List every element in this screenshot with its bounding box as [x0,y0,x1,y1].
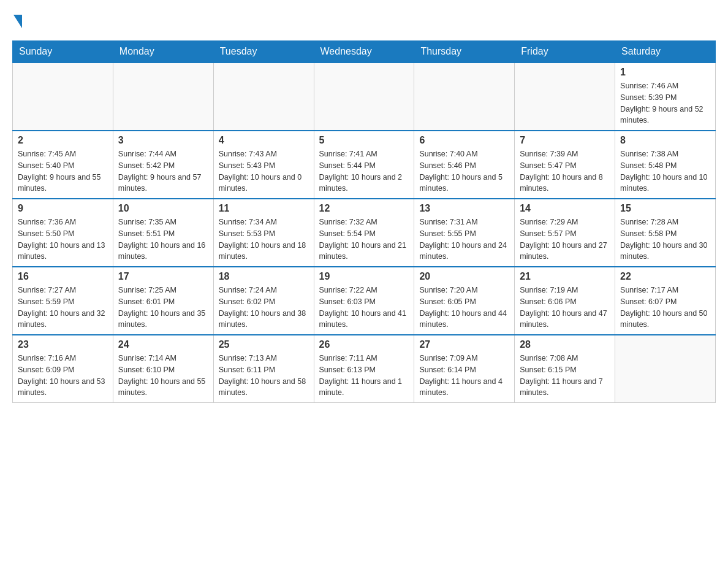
day-number: 28 [520,339,610,350]
day-info: Sunrise: 7:31 AM Sunset: 5:55 PM Dayligh… [419,216,509,262]
day-header-saturday: Saturday [615,41,716,63]
day-info: Sunrise: 7:45 AM Sunset: 5:40 PM Dayligh… [18,148,108,194]
calendar-cell: 14Sunrise: 7:29 AM Sunset: 5:57 PM Dayli… [515,199,615,267]
day-info: Sunrise: 7:44 AM Sunset: 5:42 PM Dayligh… [118,148,208,194]
calendar-cell: 15Sunrise: 7:28 AM Sunset: 5:58 PM Dayli… [615,199,716,267]
day-number: 11 [219,203,309,214]
calendar-table: SundayMondayTuesdayWednesdayThursdayFrid… [12,40,716,403]
calendar-cell [515,63,615,131]
calendar-cell: 2Sunrise: 7:45 AM Sunset: 5:40 PM Daylig… [13,131,113,199]
calendar-cell: 11Sunrise: 7:34 AM Sunset: 5:53 PM Dayli… [213,199,314,267]
day-header-monday: Monday [113,41,213,63]
day-info: Sunrise: 7:36 AM Sunset: 5:50 PM Dayligh… [18,216,108,262]
calendar-cell: 13Sunrise: 7:31 AM Sunset: 5:55 PM Dayli… [414,199,515,267]
day-number: 1 [620,67,710,78]
day-number: 19 [319,271,409,282]
week-row-1: 1Sunrise: 7:46 AM Sunset: 5:39 PM Daylig… [13,63,716,131]
calendar-cell: 5Sunrise: 7:41 AM Sunset: 5:44 PM Daylig… [314,131,414,199]
calendar-cell: 24Sunrise: 7:14 AM Sunset: 6:10 PM Dayli… [113,335,213,403]
day-number: 5 [319,135,409,146]
week-row-4: 16Sunrise: 7:27 AM Sunset: 5:59 PM Dayli… [13,267,716,335]
day-info: Sunrise: 7:24 AM Sunset: 6:02 PM Dayligh… [219,285,309,331]
calendar-cell: 20Sunrise: 7:20 AM Sunset: 6:05 PM Dayli… [414,267,515,335]
calendar-cell [213,63,314,131]
day-info: Sunrise: 7:11 AM Sunset: 6:13 PM Dayligh… [319,353,409,399]
logo [12,12,22,28]
day-number: 22 [620,271,710,282]
calendar-cell: 18Sunrise: 7:24 AM Sunset: 6:02 PM Dayli… [213,267,314,335]
calendar-cell: 26Sunrise: 7:11 AM Sunset: 6:13 PM Dayli… [314,335,414,403]
day-number: 3 [118,135,208,146]
day-number: 26 [319,339,409,350]
day-header-thursday: Thursday [414,41,515,63]
day-info: Sunrise: 7:38 AM Sunset: 5:48 PM Dayligh… [620,148,710,194]
day-number: 17 [118,271,208,282]
calendar-cell: 3Sunrise: 7:44 AM Sunset: 5:42 PM Daylig… [113,131,213,199]
calendar-cell: 16Sunrise: 7:27 AM Sunset: 5:59 PM Dayli… [13,267,113,335]
day-info: Sunrise: 7:39 AM Sunset: 5:47 PM Dayligh… [520,148,610,194]
day-info: Sunrise: 7:22 AM Sunset: 6:03 PM Dayligh… [319,285,409,331]
day-info: Sunrise: 7:43 AM Sunset: 5:43 PM Dayligh… [219,148,309,194]
day-number: 10 [118,203,208,214]
calendar-cell: 12Sunrise: 7:32 AM Sunset: 5:54 PM Dayli… [314,199,414,267]
day-number: 12 [319,203,409,214]
day-info: Sunrise: 7:29 AM Sunset: 5:57 PM Dayligh… [520,216,610,262]
calendar-cell [615,335,716,403]
week-row-2: 2Sunrise: 7:45 AM Sunset: 5:40 PM Daylig… [13,131,716,199]
day-info: Sunrise: 7:32 AM Sunset: 5:54 PM Dayligh… [319,216,409,262]
logo-triangle-icon [13,15,22,28]
day-info: Sunrise: 7:13 AM Sunset: 6:11 PM Dayligh… [219,353,309,399]
calendar-cell: 6Sunrise: 7:40 AM Sunset: 5:46 PM Daylig… [414,131,515,199]
day-info: Sunrise: 7:17 AM Sunset: 6:07 PM Dayligh… [620,285,710,331]
calendar-cell: 25Sunrise: 7:13 AM Sunset: 6:11 PM Dayli… [213,335,314,403]
calendar-cell: 19Sunrise: 7:22 AM Sunset: 6:03 PM Dayli… [314,267,414,335]
calendar-cell: 4Sunrise: 7:43 AM Sunset: 5:43 PM Daylig… [213,131,314,199]
week-row-3: 9Sunrise: 7:36 AM Sunset: 5:50 PM Daylig… [13,199,716,267]
calendar-cell: 28Sunrise: 7:08 AM Sunset: 6:15 PM Dayli… [515,335,615,403]
day-info: Sunrise: 7:28 AM Sunset: 5:58 PM Dayligh… [620,216,710,262]
day-info: Sunrise: 7:25 AM Sunset: 6:01 PM Dayligh… [118,285,208,331]
day-number: 20 [419,271,509,282]
day-header-sunday: Sunday [13,41,113,63]
day-header-friday: Friday [515,41,615,63]
day-number: 24 [118,339,208,350]
calendar-cell [414,63,515,131]
day-number: 21 [520,271,610,282]
day-info: Sunrise: 7:19 AM Sunset: 6:06 PM Dayligh… [520,285,610,331]
calendar-cell: 23Sunrise: 7:16 AM Sunset: 6:09 PM Dayli… [13,335,113,403]
day-info: Sunrise: 7:14 AM Sunset: 6:10 PM Dayligh… [118,353,208,399]
day-info: Sunrise: 7:08 AM Sunset: 6:15 PM Dayligh… [520,353,610,399]
day-info: Sunrise: 7:09 AM Sunset: 6:14 PM Dayligh… [419,353,509,399]
day-info: Sunrise: 7:34 AM Sunset: 5:53 PM Dayligh… [219,216,309,262]
day-info: Sunrise: 7:27 AM Sunset: 5:59 PM Dayligh… [18,285,108,331]
day-header-tuesday: Tuesday [213,41,314,63]
calendar-cell: 9Sunrise: 7:36 AM Sunset: 5:50 PM Daylig… [13,199,113,267]
calendar-cell: 8Sunrise: 7:38 AM Sunset: 5:48 PM Daylig… [615,131,716,199]
day-number: 4 [219,135,309,146]
day-number: 8 [620,135,710,146]
calendar-cell [314,63,414,131]
calendar-cell: 27Sunrise: 7:09 AM Sunset: 6:14 PM Dayli… [414,335,515,403]
day-number: 27 [419,339,509,350]
day-number: 2 [18,135,108,146]
day-number: 9 [18,203,108,214]
calendar-cell: 1Sunrise: 7:46 AM Sunset: 5:39 PM Daylig… [615,63,716,131]
day-number: 14 [520,203,610,214]
day-number: 23 [18,339,108,350]
day-number: 16 [18,271,108,282]
day-info: Sunrise: 7:46 AM Sunset: 5:39 PM Dayligh… [620,80,710,126]
day-number: 6 [419,135,509,146]
day-header-wednesday: Wednesday [314,41,414,63]
day-info: Sunrise: 7:41 AM Sunset: 5:44 PM Dayligh… [319,148,409,194]
week-row-5: 23Sunrise: 7:16 AM Sunset: 6:09 PM Dayli… [13,335,716,403]
day-info: Sunrise: 7:16 AM Sunset: 6:09 PM Dayligh… [18,353,108,399]
calendar-cell: 7Sunrise: 7:39 AM Sunset: 5:47 PM Daylig… [515,131,615,199]
page-header [12,12,716,28]
calendar-cell: 10Sunrise: 7:35 AM Sunset: 5:51 PM Dayli… [113,199,213,267]
calendar-header-row: SundayMondayTuesdayWednesdayThursdayFrid… [13,41,716,63]
calendar-cell [13,63,113,131]
day-number: 25 [219,339,309,350]
day-number: 13 [419,203,509,214]
day-info: Sunrise: 7:40 AM Sunset: 5:46 PM Dayligh… [419,148,509,194]
day-number: 15 [620,203,710,214]
